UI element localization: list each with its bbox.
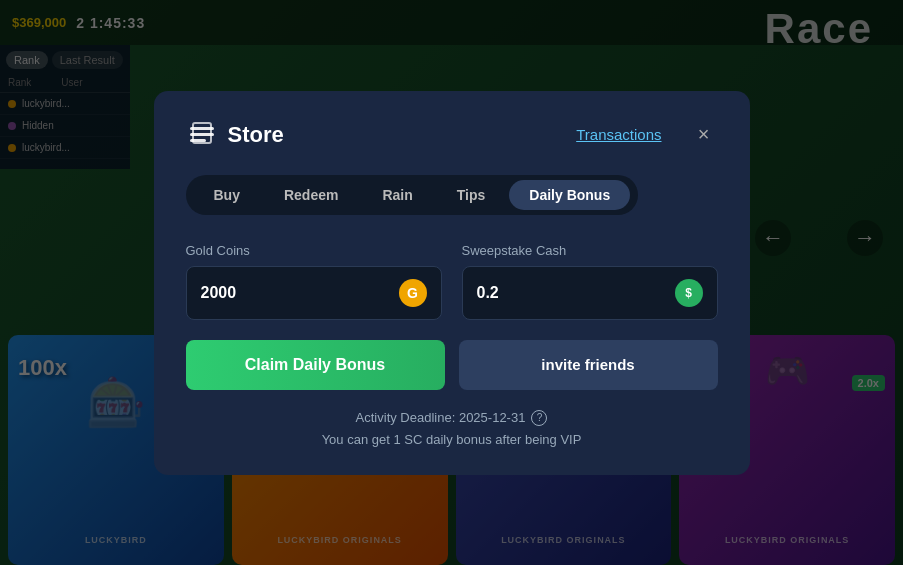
tab-rain[interactable]: Rain bbox=[362, 180, 432, 210]
store-modal: Store Transactions × Buy Redeem Rain Tip… bbox=[154, 91, 750, 475]
sweepstake-input[interactable]: 0.2 $ bbox=[462, 266, 718, 320]
sc-icon: $ bbox=[675, 279, 703, 307]
gold-coins-group: Gold Coins 2000 G bbox=[186, 243, 442, 320]
sweepstake-group: Sweepstake Cash 0.2 $ bbox=[462, 243, 718, 320]
sweepstake-value: 0.2 bbox=[477, 284, 499, 302]
tab-redeem[interactable]: Redeem bbox=[264, 180, 358, 210]
transactions-link[interactable]: Transactions bbox=[576, 126, 661, 143]
vip-text: You can get 1 SC daily bonus after being… bbox=[186, 432, 718, 447]
tab-tips[interactable]: Tips bbox=[437, 180, 506, 210]
modal-overlay: Store Transactions × Buy Redeem Rain Tip… bbox=[0, 0, 903, 565]
claim-daily-bonus-button[interactable]: Claim Daily Bonus bbox=[186, 340, 445, 390]
modal-title: Store bbox=[228, 122, 284, 148]
gold-coins-value: 2000 bbox=[201, 284, 237, 302]
deadline-text: Activity Deadline: 2025-12-31 ? bbox=[186, 410, 718, 426]
tab-buy[interactable]: Buy bbox=[194, 180, 260, 210]
tab-daily-bonus[interactable]: Daily Bonus bbox=[509, 180, 630, 210]
gold-coins-input[interactable]: 2000 G bbox=[186, 266, 442, 320]
gold-coins-label: Gold Coins bbox=[186, 243, 442, 258]
modal-header: Store Transactions × bbox=[186, 119, 718, 151]
action-buttons: Claim Daily Bonus invite friends bbox=[186, 340, 718, 390]
store-icon bbox=[186, 119, 218, 151]
coin-fields: Gold Coins 2000 G Sweepstake Cash 0.2 $ bbox=[186, 243, 718, 320]
modal-header-actions: Transactions × bbox=[576, 121, 717, 149]
gold-coin-icon: G bbox=[399, 279, 427, 307]
sweepstake-label: Sweepstake Cash bbox=[462, 243, 718, 258]
close-button[interactable]: × bbox=[690, 121, 718, 149]
modal-title-area: Store bbox=[186, 119, 284, 151]
modal-footer: Activity Deadline: 2025-12-31 ? You can … bbox=[186, 410, 718, 447]
help-icon[interactable]: ? bbox=[531, 410, 547, 426]
store-tabs: Buy Redeem Rain Tips Daily Bonus bbox=[186, 175, 639, 215]
invite-friends-button[interactable]: invite friends bbox=[459, 340, 718, 390]
